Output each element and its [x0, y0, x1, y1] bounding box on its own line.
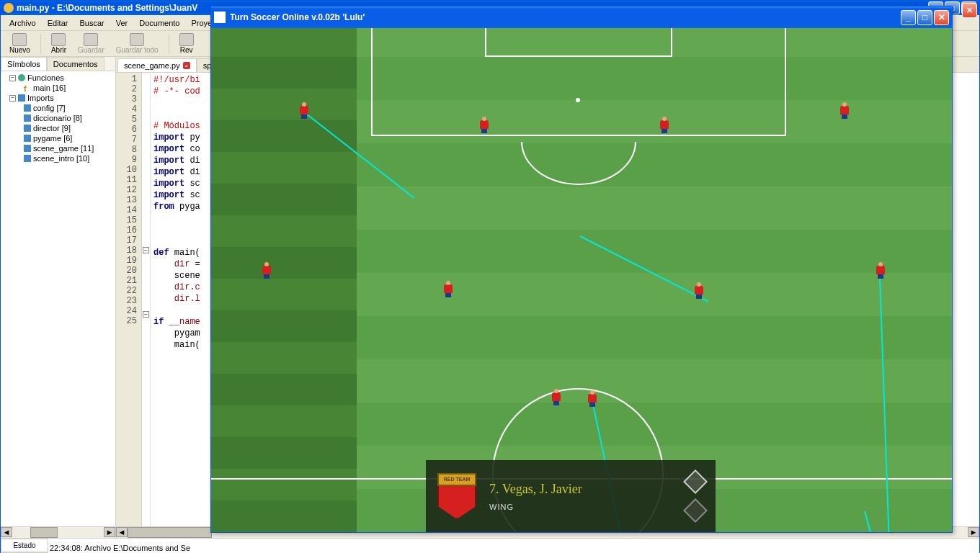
- tab-documentos[interactable]: Documentos: [47, 57, 104, 71]
- tree-imports[interactable]: −Imports: [2, 93, 114, 103]
- player[interactable]: [874, 266, 887, 282]
- game-title: Turn Soccer Online v.0.02b 'Lulu': [230, 12, 365, 22]
- line-gutter: 1234567891011121314151617181920212223242…: [116, 73, 142, 526]
- app-icon: [4, 3, 14, 13]
- tree-config[interactable]: config [7]: [2, 103, 114, 113]
- tree-main[interactable]: fmain [16]: [2, 83, 114, 93]
- messages-panel: Estado Compilador Mensajes Borrador 22:3…: [1, 538, 979, 553]
- player-name: 7. Vegas, J. Javier: [489, 482, 674, 497]
- badge-label: RED TEAM: [437, 473, 476, 486]
- game-maximize-button[interactable]: □: [917, 10, 932, 25]
- sidebar: Símbolos Documentos −Funciones fmain [16…: [1, 57, 116, 538]
- pitch[interactable]: RED TEAM 7. Vegas, J. Javier WING: [211, 28, 952, 532]
- tree-diccionario[interactable]: diccionario [8]: [2, 113, 114, 123]
- team-badge: RED TEAM: [437, 473, 476, 519]
- player[interactable]: [298, 106, 311, 122]
- game-window: Turn Soccer Online v.0.02b 'Lulu' _ □ ✕: [210, 6, 953, 533]
- player[interactable]: [260, 266, 273, 282]
- menu-archivo[interactable]: Archivo: [4, 17, 42, 29]
- menu-editar[interactable]: Editar: [42, 17, 74, 29]
- player[interactable]: [692, 286, 705, 302]
- game-icon: [214, 12, 226, 23]
- outer-close-button[interactable]: ✕: [962, 3, 977, 18]
- player-card: RED TEAM 7. Vegas, J. Javier WING: [426, 460, 716, 532]
- game-close-button[interactable]: ✕: [934, 10, 949, 25]
- player[interactable]: [478, 120, 491, 136]
- nuevo-button[interactable]: Nuevo: [5, 32, 35, 55]
- sidebar-scroll[interactable]: ◄►: [1, 526, 115, 538]
- menu-ver[interactable]: Ver: [110, 17, 134, 29]
- player[interactable]: [658, 120, 671, 136]
- action-icon-1[interactable]: [683, 469, 708, 494]
- msgtab-estado[interactable]: Estado: [1, 539, 48, 552]
- action-icon-2[interactable]: [683, 498, 708, 523]
- player[interactable]: [586, 394, 599, 410]
- tree-funciones[interactable]: −Funciones: [2, 73, 114, 83]
- guardar-todo-button[interactable]: Guardar todo: [112, 32, 163, 55]
- symbol-tree: −Funciones fmain [16] −Imports config [7…: [1, 71, 115, 526]
- field-lines: [211, 28, 952, 532]
- menu-buscar[interactable]: Buscar: [74, 17, 110, 29]
- tab-scene-game[interactable]: scene_game.py×: [117, 58, 197, 72]
- player[interactable]: [442, 284, 455, 300]
- player[interactable]: [838, 106, 851, 122]
- close-icon[interactable]: ×: [183, 62, 190, 69]
- tree-director[interactable]: director [9]: [2, 123, 114, 133]
- game-minimize-button[interactable]: _: [901, 10, 916, 25]
- tab-simbolos[interactable]: Símbolos: [1, 57, 47, 71]
- player[interactable]: [550, 392, 563, 408]
- tree-sceneintro[interactable]: scene_intro [10]: [2, 153, 114, 163]
- message-row: 22:34:08: Archivo E:\Documents and Se: [50, 540, 978, 553]
- tree-scenegame[interactable]: scene_game [11]: [2, 143, 114, 153]
- player-position: WING: [489, 503, 674, 511]
- menu-documento[interactable]: Documento: [133, 17, 185, 29]
- guardar-button[interactable]: Guardar: [74, 32, 109, 55]
- messages-content[interactable]: 22:34:08: Archivo E:\Documents and Se 22…: [48, 539, 979, 553]
- editor-title: main.py - E:\Documents and Settings\Juan…: [17, 3, 197, 13]
- game-titlebar[interactable]: Turn Soccer Online v.0.02b 'Lulu' _ □ ✕: [211, 6, 952, 28]
- fold-column[interactable]: − −: [142, 73, 151, 526]
- rev-button[interactable]: Rev: [175, 32, 198, 55]
- ball[interactable]: [576, 98, 580, 102]
- tree-pygame[interactable]: pygame [6]: [2, 133, 114, 143]
- abrir-button[interactable]: Abrir: [47, 32, 71, 55]
